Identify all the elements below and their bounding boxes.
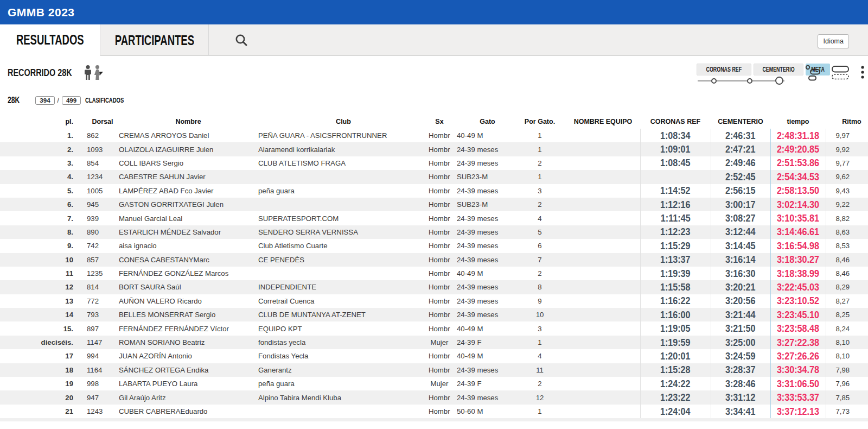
result-row[interactable]: 19998LABARTA PUEYO Laurapeña guaraMujer2…: [0, 377, 868, 390]
more-menu-button[interactable]: [860, 65, 865, 80]
cell-coronas: 1:15:28: [640, 363, 711, 377]
cell-gato: 40-49 M: [450, 267, 518, 280]
result-row[interactable]: 12814BORT SAURA SaúlINDEPENDIENTEHombre2…: [0, 280, 868, 294]
result-row[interactable]: 20947Gil Araújo AritzAlpino Tabira Mendi…: [0, 390, 868, 404]
column-header-gato[interactable]: Gato: [450, 115, 518, 129]
result-row[interactable]: 181164SÁNCHEZ ORTEGA EndikaGanerantzHomb…: [0, 363, 868, 377]
cell-porgato: 2: [518, 267, 561, 280]
column-header-dorsal[interactable]: Dorsal: [78, 115, 118, 129]
column-header-sx[interactable]: Sx: [429, 115, 450, 129]
cell-nombre: Manuel Garcial Leal: [118, 211, 258, 225]
right-controls: CORONAS REF CEMENTERIO META: [697, 64, 868, 86]
cell-ritmo: 8,82: [826, 211, 868, 225]
cell-sx: Hombre: [429, 211, 450, 225]
cell-pl: 14: [0, 308, 78, 321]
column-header-tiempo[interactable]: tiempo: [770, 115, 826, 129]
result-row[interactable]: 7.939Manuel Garcial LealSUPERATESPORT.CO…: [0, 211, 868, 225]
cell-pl: 3.: [0, 156, 78, 170]
column-header-coronas[interactable]: CORONAS REF: [640, 115, 711, 129]
cell-porgato: 7: [518, 253, 561, 267]
checkpoint-slider-dot-cementerio[interactable]: [747, 78, 752, 84]
result-row[interactable]: 10857CONESA CABESTANYMarcCE PENEDÈSHombr…: [0, 253, 868, 267]
search-button[interactable]: [209, 24, 274, 55]
cell-porgato: 4: [518, 211, 561, 225]
result-row[interactable]: 3.854COLL IBARS SergioCLUB ATLETISMO FRA…: [0, 156, 868, 170]
cell-gato: 24-39 meses: [450, 253, 518, 267]
cell-nombre: BELLES MONSERRAT Sergio: [118, 308, 258, 321]
cell-coronas: 1:20:01: [640, 349, 711, 363]
language-button[interactable]: Idioma: [818, 34, 849, 48]
cell-cemen: 3:31:12: [711, 390, 770, 404]
kebab-menu-icon: [860, 65, 865, 80]
cell-pl: 10: [0, 253, 78, 267]
result-row[interactable]: 17994JUAN AZORÍN AntonioFondistas YeclaH…: [0, 349, 868, 363]
cell-sx: Hombre: [429, 267, 450, 280]
cell-sx: Mujer: [429, 377, 450, 390]
cell-club: Ganerantz: [258, 363, 429, 377]
column-header-pl[interactable]: pl.: [0, 115, 78, 129]
column-header-club[interactable]: Club: [258, 115, 429, 129]
cell-coronas: 1:15:58: [640, 280, 711, 294]
cell-nombre: Gil Araújo Aritz: [118, 390, 258, 404]
result-row[interactable]: 1.862CREMAS ARROYOS DanielPEÑA GUARA - A…: [0, 129, 868, 142]
cell-pl: 15.: [0, 321, 78, 335]
column-header-cemen[interactable]: CEMENTERIO: [711, 115, 770, 129]
checkpoint-cementerio-button[interactable]: CEMENTERIO: [754, 64, 803, 75]
cell-gato: 24-39 meses: [450, 294, 518, 308]
cell-nombre: GASTON GORRITXATEGI Julen: [118, 198, 258, 211]
cell-cemen: 2:52:45: [711, 170, 770, 184]
tab-participantes[interactable]: PARTICIPANTES: [100, 24, 209, 56]
checkpoint-slider-dot-coronas[interactable]: [711, 78, 717, 84]
column-header-equipo[interactable]: NOMBRE EQUIPO: [561, 115, 640, 129]
result-row[interactable]: 4.1234CABESTRE SAHUN JavierHombreSUB23-M…: [0, 170, 868, 184]
cell-gato: 24-39 meses: [450, 156, 518, 170]
result-row[interactable]: 13772AUÑON VALERO RicardoCorretrail Cuen…: [0, 294, 868, 308]
cell-ritmo: 8,63: [826, 225, 868, 239]
checkpoint-coronas-ref-button[interactable]: CORONAS REF: [697, 64, 751, 75]
result-row[interactable]: 6.945GASTON GORRITXATEGI JulenHombreSUB2…: [0, 198, 868, 211]
cell-tiempo: 3:18:30.27: [770, 253, 826, 267]
result-row[interactable]: 15.897FERNÁNDEZ FERNÁNDEZ VíctorEQUIPO K…: [0, 321, 868, 335]
cell-gato: 24-39 meses: [450, 184, 518, 198]
checkpoint-slider-handle-meta[interactable]: [775, 77, 783, 85]
cell-cemen: 3:24:59: [711, 349, 770, 363]
cell-ritmo: 8,53: [826, 239, 868, 253]
cell-porgato: 5: [518, 225, 561, 239]
cell-dorsal: 793: [78, 308, 118, 321]
result-row[interactable]: 5.1005LAMPÉREZ ABAD Fco Javierpeña guara…: [0, 184, 868, 198]
cell-pl: 6.: [0, 198, 78, 211]
result-row[interactable]: 9.742aisa ignacioClub Atletismo CuarteHo…: [0, 239, 868, 253]
cell-coronas: 1:09:01: [640, 142, 711, 156]
cell-gato: 24-39 meses: [450, 308, 518, 321]
distance-label: 28K: [8, 96, 20, 105]
gender-filter-button[interactable]: [82, 65, 103, 83]
cell-pl: 11: [0, 267, 78, 280]
cell-nombre: CABESTRE SAHUN Javier: [118, 170, 258, 184]
result-row[interactable]: 14793BELLES MONSERRAT SergioCLUB DE MUNT…: [0, 308, 868, 321]
cell-porgato: 1: [518, 129, 561, 142]
cell-pl: dieciséis.: [0, 336, 78, 349]
result-row[interactable]: 111235FERNÁNDEZ GONZÁLEZ MarcosHombre40-…: [0, 267, 868, 280]
cell-coronas: 1:19:59: [640, 336, 711, 349]
result-row[interactable]: 2.1093OLAIZOLA IZAGUIRRE JulenAiaramendi…: [0, 142, 868, 156]
cell-dorsal: 772: [78, 294, 118, 308]
cell-ritmo: 9,92: [826, 142, 868, 156]
recorrido-label: RECORRIDO 28K: [8, 67, 72, 79]
result-row[interactable]: 211243CUBER CABRERAEduardoHombre50-60 M1…: [0, 405, 868, 418]
cell-club: Fondistas Yecla: [258, 349, 429, 363]
result-row[interactable]: 8.890ESTARLICH MÉNDEZ SalvadorSENDERO SE…: [0, 225, 868, 239]
cell-porgato: 3: [518, 184, 561, 198]
cell-gato: 50-60 M: [450, 405, 518, 418]
cell-ritmo: 8,25: [826, 308, 868, 321]
cell-club: Aiaramendi korrikalariak: [258, 142, 429, 156]
cell-equipo: [561, 321, 640, 335]
tab-resultados[interactable]: RESULTADOS: [0, 24, 100, 56]
column-header-porgato[interactable]: Por Gato.: [518, 115, 561, 129]
cell-pl: 19: [0, 377, 78, 390]
cell-pl: 7.: [0, 211, 78, 225]
column-header-nombre[interactable]: Nombre: [118, 115, 258, 129]
column-header-ritmo[interactable]: Ritmo: [826, 115, 868, 129]
rows-layout-button[interactable]: [831, 65, 850, 80]
result-row[interactable]: dieciséis.1147ROMAN SORIANO Beatrizfondi…: [0, 336, 868, 349]
tab-resultados-label: RESULTADOS: [16, 32, 84, 48]
